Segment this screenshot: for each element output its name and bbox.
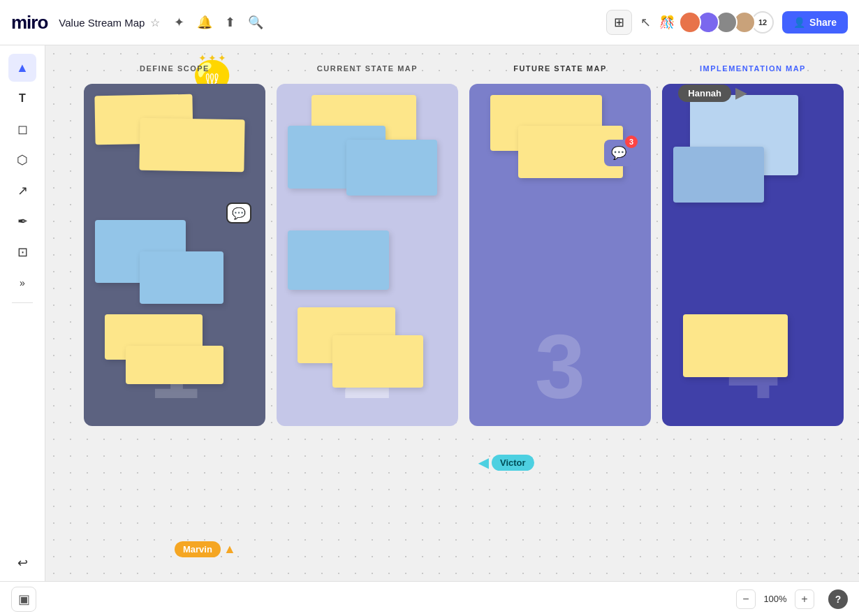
column-1: DEFINE SCOPE 1 💬 [84, 84, 265, 426]
col-4-header: IMPLEMENTATION MAP [662, 64, 844, 73]
victor-label-bubble: Victor [492, 455, 534, 471]
upload-icon[interactable]: ⬆ [225, 15, 235, 30]
sticky-c4-2[interactable] [673, 147, 764, 203]
avatars-group: 12 [683, 11, 774, 34]
zoom-level: 100% [761, 594, 789, 604]
pen-tool[interactable]: ✒ [8, 207, 36, 235]
col-3-bg[interactable]: 3 [469, 84, 651, 426]
avatar-1 [679, 11, 701, 34]
col-1-bg[interactable]: 1 💬 [84, 84, 265, 426]
col-3-header: FUTURE STATE MAP [469, 64, 651, 73]
col-3-number: 3 [535, 321, 585, 412]
sidebar-toggle-button[interactable]: ▣ [11, 587, 36, 612]
help-button[interactable]: ? [828, 589, 848, 609]
header-action-icons: ↖ 🎊 [640, 15, 675, 30]
zoom-out-button[interactable]: − [736, 589, 756, 609]
apps-icon[interactable]: ✦ [174, 15, 184, 30]
col-1-header: DEFINE SCOPE [84, 64, 265, 73]
cursor-mode-icon[interactable]: ↖ [640, 15, 651, 30]
sticky-tool[interactable]: ◻ [8, 115, 36, 143]
victor-cursor: ▶ Victor [478, 454, 534, 471]
hannah-label-group: Hannah ▶ [678, 84, 747, 102]
sticky-c2-6[interactable] [332, 335, 423, 388]
frame-tool[interactable]: ⊡ [8, 238, 36, 266]
header-tools: ✦ 🔔 ⬆ 🔍 [174, 15, 263, 30]
col-4-bg[interactable]: 4 [662, 84, 844, 426]
shapes-tool[interactable]: ⬡ [8, 146, 36, 174]
sticky-yellow-2[interactable] [139, 118, 244, 173]
hannah-label-bubble: Hannah [678, 85, 731, 102]
share-button[interactable]: 👤 Share [782, 11, 848, 34]
undo-button[interactable]: ↩ [8, 549, 36, 577]
hannah-cursor: Hannah ▶ [678, 84, 747, 102]
marvin-cursor-arrow: ▲ [223, 542, 236, 557]
col-2-header: CURRENT STATE MAP [277, 64, 458, 73]
sticky-c2-3[interactable] [346, 140, 437, 196]
search-icon[interactable]: 🔍 [248, 15, 263, 30]
arrow-tool[interactable]: ↗ [8, 177, 36, 205]
sticky-c4-3[interactable] [683, 314, 788, 377]
zoom-controls: − 100% + ? [736, 589, 848, 609]
column-2: CURRENT STATE MAP 2 [277, 84, 458, 426]
bottom-bar: ▣ − 100% + ? [0, 581, 859, 616]
header: miro Value Stream Map ☆ ✦ 🔔 ⬆ 🔍 ⊞ ↖ 🎊 12… [0, 0, 859, 45]
lightbulb-rays: ✦✦✦ [198, 52, 226, 64]
col-2-bg[interactable]: 2 [277, 84, 458, 426]
header-right: ⊞ ↖ 🎊 12 👤 Share [606, 10, 848, 35]
miro-logo: miro [11, 12, 47, 34]
sticky-blue-2[interactable] [140, 251, 223, 304]
zoom-in-button[interactable]: + [795, 589, 814, 609]
message-icon[interactable]: 💬 [226, 203, 251, 223]
columns-container: DEFINE SCOPE 1 💬 CURRENT STATE MAP 2 [84, 84, 844, 426]
notification-bell-area: 💬 3 [604, 140, 633, 166]
tool-separator [12, 302, 33, 303]
notification-wrapper[interactable]: 💬 3 [604, 140, 633, 166]
text-tool[interactable]: T [8, 85, 36, 112]
celebrate-icon[interactable]: 🎊 [659, 15, 675, 30]
sticky-yellow-4[interactable] [126, 346, 223, 384]
hannah-arrow-icon: ▶ [735, 84, 747, 102]
select-tool[interactable]: ▲ [8, 54, 36, 82]
column-4: IMPLEMENTATION MAP 4 [662, 84, 844, 426]
share-icon: 👤 [793, 17, 805, 28]
marvin-cursor: Marvin ▲ [175, 541, 236, 557]
victor-cursor-arrow: ▶ [478, 454, 489, 471]
column-3: FUTURE STATE MAP 3 [469, 84, 651, 426]
star-icon[interactable]: ☆ [150, 16, 160, 29]
sticky-c2-4[interactable] [288, 230, 389, 290]
marvin-label-bubble: Marvin [175, 541, 221, 557]
more-tools[interactable]: » [8, 269, 36, 297]
share-label: Share [809, 17, 837, 28]
canvas[interactable]: ✦✦✦ 💡 DEFINE SCOPE 1 💬 [45, 45, 859, 616]
bell-icon[interactable]: 🔔 [197, 15, 212, 30]
apps-button[interactable]: ⊞ [606, 10, 632, 35]
left-sidebar: ▲ T ◻ ⬡ ↗ ✒ ⊡ » ↩ ↪ [0, 45, 45, 616]
board-title: Value Stream Map [59, 17, 145, 29]
notification-count-badge: 3 [625, 135, 638, 148]
